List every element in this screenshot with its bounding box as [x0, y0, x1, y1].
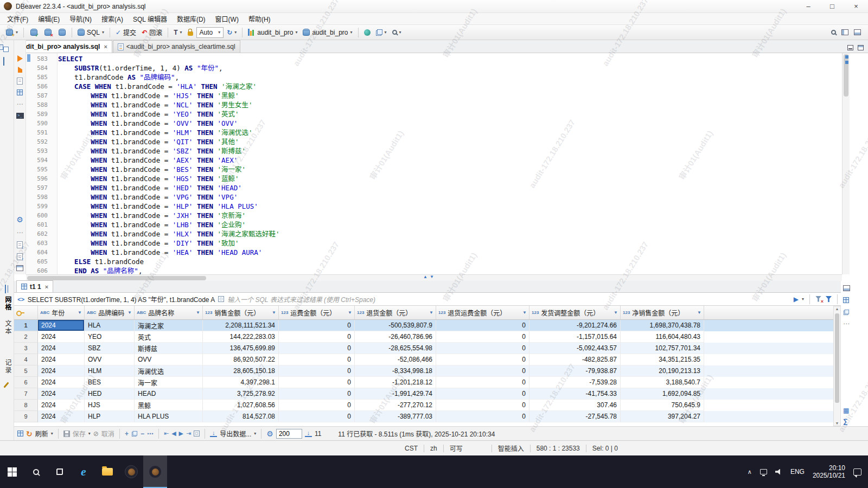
status-segment[interactable]: 580 : 1 : 23533 [534, 445, 582, 452]
table-cell[interactable]: -1,991,429.74 [355, 388, 436, 400]
table-cell[interactable]: 2,208,111,521.34 [203, 320, 279, 331]
table-cell[interactable]: 斯搏兹 [135, 343, 203, 354]
output-console-icon[interactable]: >_ [16, 113, 24, 119]
execute-script-button[interactable] [18, 67, 22, 73]
fetch-all-icon[interactable]: ⇥ [186, 431, 191, 436]
table-cell[interactable]: 2024 [38, 320, 85, 331]
table-cell[interactable]: 0 [279, 343, 355, 354]
table-cell[interactable]: 2024 [38, 411, 85, 422]
transaction-log-button[interactable] [55, 27, 68, 38]
table-cell[interactable]: HLP [85, 411, 135, 422]
table-cell[interactable]: 英式 [135, 331, 203, 343]
column-header[interactable]: ABC品牌编码▼ [85, 306, 135, 319]
table-cell[interactable]: -9,201,274.66 [529, 320, 621, 331]
references-panel-icon[interactable] [844, 310, 849, 315]
transaction-mode-combo[interactable]: Auto ▾ [196, 27, 224, 38]
table-cell[interactable]: HLA PLUS [135, 411, 203, 422]
taskbar-search-button[interactable] [24, 455, 48, 488]
table-cell[interactable]: 1,027,608.56 [203, 400, 279, 411]
table-cell[interactable]: HLM [85, 365, 135, 377]
table-cell[interactable]: 0 [279, 354, 355, 365]
column-header[interactable]: 123退货金额（元）▼ [355, 306, 436, 319]
record-mode-label[interactable]: 记录 [3, 359, 12, 374]
table-cell[interactable]: -5,092,443.57 [529, 343, 621, 354]
table-cell[interactable]: 0 [436, 343, 529, 354]
table-cell[interactable]: 0 [436, 388, 529, 400]
table-cell[interactable]: 1,692,094.85 [621, 388, 704, 400]
scrollbar-thumb[interactable] [27, 276, 206, 280]
table-cell[interactable]: OVV [135, 354, 203, 365]
table-cell[interactable]: -1,201,218.12 [355, 377, 436, 388]
table-cell[interactable]: 34,351,215.35 [621, 354, 704, 365]
table-cell[interactable]: -41,754.33 [529, 388, 621, 400]
save-button[interactable]: 保存 [73, 429, 86, 438]
execute-statement-button[interactable] [17, 55, 23, 62]
column-header[interactable]: 123净销售金额（元）▼ [621, 306, 704, 319]
table-cell[interactable]: HLA [85, 320, 135, 331]
transaction-mode-button[interactable]: T ▾ [171, 27, 184, 38]
table-cell[interactable]: 海澜优选 [135, 365, 203, 377]
commit-button[interactable]: ✓ 提交 [113, 27, 138, 38]
column-dropdown-icon[interactable]: ▼ [697, 310, 701, 315]
presentation-tab-text[interactable]: 文本 [3, 320, 12, 335]
table-cell[interactable]: 0 [279, 400, 355, 411]
sql-editor-button[interactable]: SQL ▾ [75, 27, 106, 38]
sash-expand-icon[interactable]: ▼ [430, 275, 434, 279]
more-actions-icon[interactable]: ⋯ [17, 100, 23, 108]
row-number-cell[interactable]: 5 [14, 365, 38, 377]
column-dropdown-icon[interactable]: ▼ [429, 310, 433, 315]
rollback-button[interactable]: ↶ 回滚 [139, 27, 164, 38]
table-cell[interactable]: 0 [279, 320, 355, 331]
grid-options-icon[interactable] [17, 431, 23, 436]
tasks-button[interactable] [362, 27, 373, 38]
row-number-cell[interactable]: 7 [14, 388, 38, 400]
menu-item[interactable]: 窗口(W) [210, 13, 244, 24]
table-cell[interactable]: 0 [279, 411, 355, 422]
taskbar-clock[interactable]: 20:10 2025/10/21 [813, 464, 845, 479]
row-number-cell[interactable]: 4 [14, 354, 38, 365]
quick-search-icon[interactable] [831, 30, 836, 35]
table-cell[interactable]: 黑鲸 [135, 400, 203, 411]
scroll-down-icon[interactable]: ▼ [834, 421, 840, 425]
table-cell[interactable]: 2024 [38, 400, 85, 411]
chevron-down-icon[interactable]: ▾ [88, 432, 91, 436]
aggregate-panel-icon[interactable]: ∑ [843, 418, 848, 425]
tray-expand-icon[interactable]: ∧ [748, 468, 752, 476]
database-selector[interactable]: audit_bi_pro ▾ [246, 27, 299, 38]
row-number-cell[interactable]: 6 [14, 377, 38, 388]
zoom-grid-icon[interactable] [194, 431, 200, 436]
toggle-bottom-panel-icon[interactable] [854, 29, 861, 35]
table-cell[interactable]: 0 [436, 411, 529, 422]
minimize-button[interactable]: – [796, 0, 820, 12]
menu-item[interactable]: 数据库(D) [172, 13, 210, 24]
column-header[interactable]: 123退货运费金额（元）▼ [436, 306, 529, 319]
table-cell[interactable]: 海一家 [135, 377, 203, 388]
status-segment[interactable]: Sel: 0 | 0 [590, 445, 620, 452]
presentation-tab-grid[interactable]: 网格 [3, 296, 12, 311]
column-dropdown-icon[interactable]: ▼ [614, 310, 618, 315]
column-dropdown-icon[interactable]: ▼ [272, 310, 276, 315]
duplicate-row-icon[interactable] [132, 431, 137, 436]
close-button[interactable]: × [844, 0, 868, 12]
commit-icon-button[interactable]: ✓ [27, 27, 40, 38]
table-cell[interactable]: 144,222,283.03 [203, 331, 279, 343]
grid-presentation-icon[interactable] [5, 285, 6, 293]
table-cell[interactable]: 2024 [38, 377, 85, 388]
table-cell[interactable]: 0 [436, 354, 529, 365]
schema-selector[interactable]: audit_bi_pro ▾ [301, 27, 354, 38]
table-cell[interactable]: -1,157,015.64 [529, 331, 621, 343]
table-cell[interactable]: 116,604,480.43 [621, 331, 704, 343]
table-cell[interactable]: -27,545.78 [529, 411, 621, 422]
table-cell[interactable]: 0 [279, 331, 355, 343]
table-cell[interactable]: HJS [85, 400, 135, 411]
menu-item[interactable]: 搜索(A) [97, 13, 128, 24]
scrollbar-thumb[interactable] [835, 313, 839, 403]
column-header[interactable]: ABC年份▼ [38, 306, 85, 319]
table-cell[interactable]: 0 [436, 320, 529, 331]
metadata-panel-icon[interactable] [843, 297, 849, 303]
status-segment[interactable]: 可写 [448, 444, 465, 453]
status-segment[interactable]: CST [403, 445, 420, 452]
column-header[interactable]: ABC品牌名称▼ [135, 306, 203, 319]
table-cell[interactable]: -482,825.87 [529, 354, 621, 365]
table-cell[interactable]: -8,334,998.18 [355, 365, 436, 377]
